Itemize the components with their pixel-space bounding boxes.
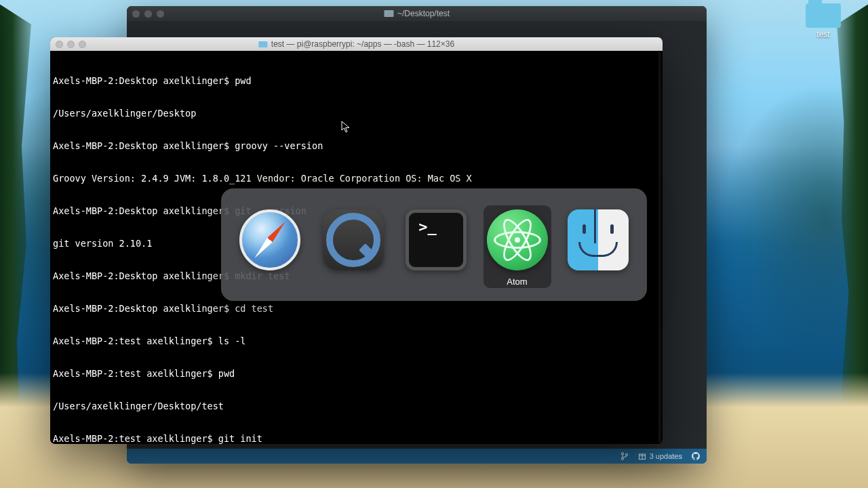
terminal-titlebar[interactable]: test — pi@raspberrypi: ~/apps — -bash — …: [50, 37, 663, 51]
zoom-button[interactable]: [157, 10, 164, 18]
svg-point-2: [625, 453, 627, 455]
package-icon: [638, 452, 646, 460]
folder-icon: [806, 3, 841, 28]
folder-icon: [258, 41, 267, 47]
quicktime-icon: [322, 209, 384, 271]
app-switcher-item-atom[interactable]: Atom: [484, 205, 551, 288]
background-window-titlebar[interactable]: ~/Desktop/test: [127, 6, 707, 21]
app-switcher-item-safari[interactable]: [237, 209, 303, 271]
terminal-title: test — pi@raspberrypi: ~/apps — -bash — …: [258, 39, 454, 49]
minimize-button[interactable]: [67, 41, 75, 48]
minimize-button[interactable]: [144, 10, 152, 18]
terminal-line: /Users/axelklinger/Desktop: [53, 108, 660, 119]
git-branch-icon: [620, 452, 629, 460]
app-switcher-item-quicktime[interactable]: [321, 209, 387, 271]
terminal-line: Axels-MBP-2:test axelklinger$ pwd: [53, 368, 660, 379]
desktop-folder-test[interactable]: test: [800, 3, 846, 39]
svg-point-0: [621, 453, 623, 455]
terminal-scrollbar[interactable]: [658, 52, 661, 443]
background-window-title: ~/Desktop/test: [384, 9, 450, 18]
app-switcher-item-terminal[interactable]: [403, 209, 469, 271]
traffic-lights: [132, 10, 164, 18]
safari-icon: [239, 209, 301, 271]
desktop-folder-label: test: [800, 30, 846, 39]
updates-label: 3 updates: [650, 452, 682, 460]
atom-icon: [486, 209, 549, 271]
app-switcher-item-finder[interactable]: [566, 209, 631, 271]
traffic-lights: [56, 41, 86, 48]
terminal-line: Axels-MBP-2:Desktop axelklinger$ cd test: [53, 303, 660, 314]
terminal-line: Axels-MBP-2:Desktop axelklinger$ pwd: [53, 75, 660, 86]
background-window-title-text: ~/Desktop/test: [397, 9, 450, 18]
github-icon: [692, 452, 700, 460]
terminal-line: Axels-MBP-2:test axelklinger$ git init: [53, 433, 660, 444]
git-branch-indicator[interactable]: [620, 452, 629, 460]
terminal-line: Axels-MBP-2:test axelklinger$ ls -l: [53, 336, 660, 346]
close-button[interactable]: [132, 10, 140, 18]
background-window-statusbar: 3 updates: [127, 449, 707, 464]
folder-icon: [384, 10, 393, 17]
updates-indicator[interactable]: 3 updates: [638, 452, 682, 460]
status-octo-icon-wrap[interactable]: [692, 452, 700, 460]
terminal-title-text: test — pi@raspberrypi: ~/apps — -bash — …: [271, 39, 454, 49]
terminal-icon: [405, 209, 467, 271]
terminal-line: /Users/axelklinger/Desktop/test: [53, 401, 660, 411]
zoom-button[interactable]: [79, 41, 86, 48]
finder-icon: [567, 209, 629, 271]
app-switcher[interactable]: Atom: [221, 188, 647, 301]
svg-point-1: [621, 458, 623, 460]
terminal-line: Axels-MBP-2:Desktop axelklinger$ groovy …: [53, 140, 660, 151]
terminal-line: Groovy Version: 2.4.9 JVM: 1.8.0_121 Ven…: [53, 173, 660, 184]
app-switcher-selected-label: Atom: [507, 277, 527, 287]
close-button[interactable]: [56, 41, 63, 48]
